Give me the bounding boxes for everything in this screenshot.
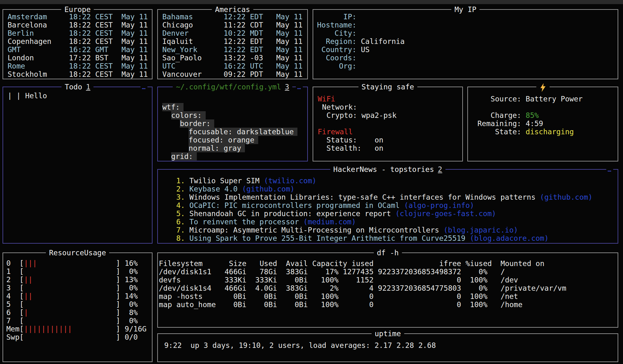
config-line: focused: orange [162,136,307,144]
memory-gauge-row: Mem[||||||||||| ] 9/16G [6,325,152,333]
security-row: Crypto: wpa2-psk [318,111,462,119]
ip-info-row: Coords: [317,54,618,62]
security-firewall-heading: Firewall [318,128,462,136]
cpu-gauge-row: 0 [||| ] 16% [6,259,152,267]
clock-row: Amsterdam 18:22 CEST May 11 [8,13,152,21]
gauge-bars: | [24,308,28,317]
clock-row: London 17:22 BST May 11 [8,54,152,62]
hackernews-story[interactable]: 5.Shenandoah GC in production: experienc… [176,209,618,218]
gauge-bars: ||| [24,259,37,267]
config-line: border: [162,119,307,128]
ip-info-row: City: [317,29,618,37]
swap-gauge-row: Swp[ ] 0/0 [6,333,152,341]
battery-charge-value: 85% [526,111,539,119]
panel-staying-safe: Staying safe WiFi Network: Crypto: wpa2-… [313,87,463,161]
cpu-gauge-row: 3 [ ] 0% [6,284,152,292]
panel-todo[interactable]: Todo1 … | | Hello [3,87,153,244]
battery-row: Charge: 85% [477,111,618,119]
ip-info-row: Org: [317,62,618,70]
terminal-window-edge [0,0,623,4]
gauge-bars: ||||||||||| [24,325,72,333]
panel-clocks-americas: Americas Bahamas 12:22 EDT May 11 Chicag… [157,9,308,79]
clock-row: Iqaluit 12:22 EDT May 11 [162,37,307,46]
panel-df: df -h Filesystem Size Used Avail Capacit… [157,252,618,328]
panel-battery: Source: Battery Power Charge: 85% Remain… [467,87,618,161]
config-line: focusable: darkslateblue [162,128,307,136]
df-table-header: Filesystem Size Used Avail Capacity iuse… [159,259,618,268]
security-wifi-heading: WiFi [318,95,462,103]
panel-my-ip: My IP IP: Hostname: City: Region:Califor… [313,9,618,79]
security-row: Status: on [318,136,462,144]
df-table-row: map auto_home 0Bi 0Bi 0Bi 100% 0 0 100% … [159,300,618,309]
clock-row: New_York 12:22 EDT May 11 [162,46,307,54]
config-line: grid: [162,152,307,161]
ip-info-row: IP: [317,13,618,21]
config-line: normal: gray [162,144,307,152]
hackernews-story[interactable]: 4.OCaPIC: PIC microcontrollers programme… [176,201,618,209]
uptime-text: 9:22 up 3 days, 19:10, 2 users, load ave… [164,341,618,349]
cpu-gauge-row: 5 [ ] 0% [6,300,152,308]
panel-uptime: uptime 9:22 up 3 days, 19:10, 2 users, l… [157,333,618,362]
clock-row: Stockholm 18:22 CEST May 11 [8,70,152,78]
clock-row: GMT 16:22 GMT May 11 [8,46,152,54]
ip-info-row: Hostname: [317,21,618,29]
clock-row: Barcelona 18:22 CEST May 11 [8,21,152,29]
todo-item[interactable]: | | Hello [8,92,152,100]
df-table-row: /dev/disk1s1 466Gi 78Gi 383Gi 17% 127743… [159,268,618,276]
df-table-row: /dev/disk1s4 466Gi 4.0Gi 383Gi 2% 4 9223… [159,284,618,292]
battery-state-value: discharging [526,128,574,136]
hackernews-story[interactable]: 6.To reinvent the processor(medium.com) [176,218,618,226]
spacer-line [318,119,462,128]
gauge-bars: || [24,276,33,284]
clock-row: Bahamas 12:22 EDT May 11 [162,13,307,21]
hackernews-story[interactable]: 8.Using Spark to Prove 255-Bit Integer A… [176,234,618,242]
df-table-row: devfs 333Ki 333Ki 0Bi 100% 1152 0 100% /… [159,276,618,284]
clock-row: Chicago 11:22 CDT May 11 [162,21,307,29]
cpu-gauge-row: 4 [|| ] 14% [6,292,152,300]
hackernews-story[interactable]: 3.Windows Implementation Libraries: type… [176,193,618,201]
clock-row: Copenhagen 18:22 CEST May 11 [8,37,152,46]
hackernews-story[interactable]: 2.Keybase 4.0(github.com) [176,185,618,193]
cpu-gauge-row: 1 [ ] 0% [6,267,152,276]
clock-row: Rome 18:22 CEST May 11 [8,62,152,70]
battery-row: State: discharging [477,128,618,136]
clock-row: Berlin 18:22 CEST May 11 [8,29,152,37]
ip-info-row: Region:California [317,37,618,46]
ip-info-row: Country:US [317,46,618,54]
hackernews-story[interactable]: 7.Microamp: Asymmetric Multi-Processing … [176,226,618,234]
clock-row: Sao_Paolo 13:22 -03 May 11 [162,54,307,62]
gauge-bars: || [24,292,33,300]
battery-row: Source: Battery Power [477,95,618,103]
clock-row: UTC 16:22 UTC May 11 [162,62,307,70]
clock-row: Denver 10:22 MDT May 11 [162,29,307,37]
battery-row: Remaining: 4:59 [477,119,618,128]
config-line: wtf: [162,103,307,111]
spacer-line [477,103,618,111]
df-table-row: map -hosts 0Bi 0Bi 0Bi 100% 0 0 100% /ne… [159,292,618,300]
security-row: Stealth: on [318,144,462,152]
hackernews-story[interactable]: 1.Twilio Super SIM(twilio.com) [176,177,618,185]
cpu-gauge-row: 6 [| ] 8% [6,308,152,317]
clock-row: Vancouver 09:22 PDT May 11 [162,70,307,78]
panel-clocks-europe: Europe Amsterdam 18:22 CEST May 11 Barce… [3,9,153,79]
security-row: Network: [318,103,462,111]
panel-resource-usage: ResourceUsage 0 [||| ] 16% 1 [ ] 0% 2 [|… [3,252,153,362]
cpu-gauge-row: 7 [ ] 0% [6,317,152,325]
panel-config-file[interactable]: ~/.config/wtf/config.yml3 … wtf: colors:… [157,87,308,161]
config-line: colors: [162,111,307,119]
cpu-gauge-row: 2 [|| ] 13% [6,276,152,284]
panel-hackernews[interactable]: HackerNews - topstories2 … 1.Twilio Supe… [157,169,618,244]
